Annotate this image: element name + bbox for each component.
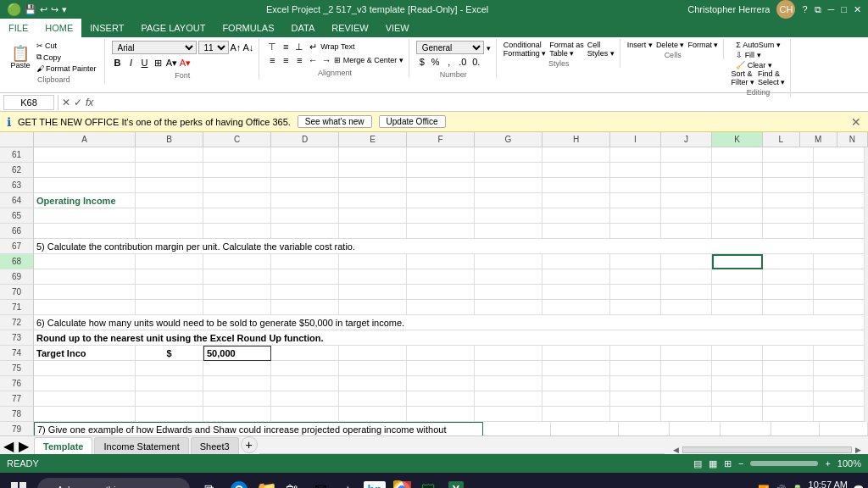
cell-l65[interactable] bbox=[763, 208, 814, 224]
cell-b63[interactable] bbox=[136, 178, 203, 193]
cell-j61[interactable] bbox=[661, 147, 712, 163]
minimize-btn[interactable]: ─ bbox=[828, 4, 835, 14]
cell-d76[interactable] bbox=[271, 376, 339, 391]
cell-i66[interactable] bbox=[610, 224, 661, 239]
cell-l62[interactable] bbox=[763, 163, 814, 178]
cell-b71[interactable] bbox=[136, 300, 203, 315]
align-top-btn[interactable]: ⊤ bbox=[266, 41, 278, 53]
cell-g64[interactable] bbox=[475, 193, 542, 208]
chrome-icon[interactable] bbox=[390, 478, 414, 488]
groove-icon[interactable]: ♪ bbox=[336, 478, 359, 488]
cell-e65[interactable] bbox=[339, 208, 407, 224]
cell-b68[interactable] bbox=[136, 254, 203, 269]
cell-k70[interactable] bbox=[712, 285, 763, 300]
cell-f63[interactable] bbox=[407, 178, 475, 193]
cell-l76[interactable] bbox=[763, 376, 814, 391]
cell-c62[interactable] bbox=[203, 163, 271, 178]
cell-b65[interactable] bbox=[136, 208, 203, 224]
tab-data[interactable]: DATA bbox=[283, 19, 324, 37]
cell-reference-box[interactable] bbox=[3, 95, 54, 110]
format-as-table-btn[interactable]: Format asTable ▾ bbox=[549, 41, 584, 58]
cell-a62[interactable] bbox=[34, 163, 136, 178]
cell-k78[interactable] bbox=[712, 407, 763, 422]
cell-b77[interactable] bbox=[136, 391, 203, 407]
cell-b74[interactable]: $ bbox=[136, 346, 203, 361]
align-middle-btn[interactable]: ≡ bbox=[280, 41, 292, 53]
cell-m70[interactable] bbox=[814, 285, 865, 300]
cell-i71[interactable] bbox=[610, 300, 661, 315]
find-select-btn[interactable]: Find &Select ▾ bbox=[758, 69, 786, 86]
cell-h68[interactable] bbox=[542, 254, 610, 269]
cell-k62[interactable] bbox=[712, 163, 763, 178]
comma-btn[interactable]: , bbox=[443, 56, 455, 68]
cell-c69[interactable] bbox=[203, 269, 271, 285]
cell-a65[interactable] bbox=[34, 208, 136, 224]
paste-button[interactable]: 📋 Paste bbox=[8, 44, 32, 71]
currency-btn[interactable]: $ bbox=[416, 56, 428, 68]
cell-h77[interactable] bbox=[542, 391, 610, 407]
cell-c66[interactable] bbox=[203, 224, 271, 239]
cell-d68[interactable] bbox=[271, 254, 339, 269]
cell-f64[interactable] bbox=[407, 193, 475, 208]
cell-j65[interactable] bbox=[661, 208, 712, 224]
number-format-expand[interactable]: ▾ bbox=[487, 44, 491, 53]
cell-b76[interactable] bbox=[136, 376, 203, 391]
cell-d64[interactable] bbox=[271, 193, 339, 208]
scroll-left-sheet-btn[interactable]: ◀ bbox=[3, 438, 14, 454]
merge-center-btn[interactable]: ⊞ Merge & Center ▾ bbox=[334, 56, 403, 64]
battery-icon[interactable]: 🔋 bbox=[792, 485, 804, 489]
cell-d78[interactable] bbox=[271, 407, 339, 422]
cell-a76[interactable] bbox=[34, 376, 136, 391]
cell-a64[interactable]: Operating Income bbox=[34, 193, 136, 208]
cell-k76[interactable] bbox=[712, 376, 763, 391]
cell-m76[interactable] bbox=[814, 376, 865, 391]
cell-a70[interactable] bbox=[34, 285, 136, 300]
cell-g75[interactable] bbox=[475, 361, 542, 376]
cell-f76[interactable] bbox=[407, 376, 475, 391]
cell-a73[interactable]: Round up to the nearest unit using the E… bbox=[34, 330, 865, 346]
cell-m79[interactable] bbox=[820, 422, 868, 435]
cell-j62[interactable] bbox=[661, 163, 712, 178]
cell-j74[interactable] bbox=[661, 346, 712, 361]
cell-m65[interactable] bbox=[814, 208, 865, 224]
cell-c64[interactable] bbox=[203, 193, 271, 208]
cell-l68[interactable] bbox=[763, 254, 814, 269]
cell-l78[interactable] bbox=[763, 407, 814, 422]
cell-f71[interactable] bbox=[407, 300, 475, 315]
cell-i68[interactable] bbox=[610, 254, 661, 269]
cell-l69[interactable] bbox=[763, 269, 814, 285]
font-color-btn[interactable]: A▾ bbox=[180, 57, 192, 69]
cell-l79[interactable] bbox=[771, 422, 820, 435]
cell-g66[interactable] bbox=[475, 224, 542, 239]
cell-g74[interactable] bbox=[475, 346, 542, 361]
cell-d70[interactable] bbox=[271, 285, 339, 300]
cell-h78[interactable] bbox=[542, 407, 610, 422]
view-layout-btn[interactable]: ▦ bbox=[709, 458, 717, 469]
cell-k61[interactable] bbox=[712, 147, 763, 163]
sheet-tab-template[interactable]: Template bbox=[34, 437, 92, 454]
cell-b61[interactable] bbox=[136, 147, 203, 163]
mail-icon[interactable]: ✉ bbox=[309, 478, 332, 488]
cell-e64[interactable] bbox=[339, 193, 407, 208]
cell-k63[interactable] bbox=[712, 178, 763, 193]
cell-d62[interactable] bbox=[271, 163, 339, 178]
cell-i62[interactable] bbox=[610, 163, 661, 178]
format-cells-btn[interactable]: Format ▾ bbox=[687, 41, 718, 49]
cell-l63[interactable] bbox=[763, 178, 814, 193]
cell-h70[interactable] bbox=[542, 285, 610, 300]
indent-more-btn[interactable]: → bbox=[320, 54, 332, 66]
cell-l70[interactable] bbox=[763, 285, 814, 300]
cell-l77[interactable] bbox=[763, 391, 814, 407]
horizontal-scrollbar[interactable] bbox=[682, 446, 852, 453]
cell-i61[interactable] bbox=[610, 147, 661, 163]
hp-icon[interactable]: hp bbox=[363, 478, 387, 488]
align-right-btn[interactable]: ≡ bbox=[293, 54, 305, 66]
cell-m63[interactable] bbox=[814, 178, 865, 193]
cell-e75[interactable] bbox=[339, 361, 407, 376]
zoom-in-btn[interactable]: + bbox=[825, 458, 830, 469]
cell-j76[interactable] bbox=[661, 376, 712, 391]
edge-icon[interactable] bbox=[227, 478, 251, 488]
cell-l75[interactable] bbox=[763, 361, 814, 376]
cell-f68[interactable] bbox=[407, 254, 475, 269]
scroll-right-sheet-btn[interactable]: ▶ bbox=[19, 438, 29, 454]
